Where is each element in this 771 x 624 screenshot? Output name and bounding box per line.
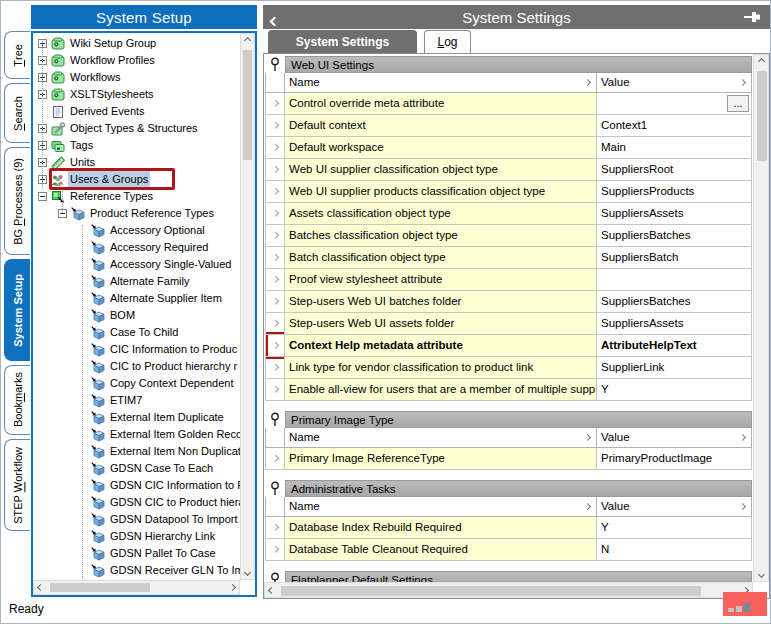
setting-value-cell[interactable]: N: [596, 539, 752, 561]
section-header[interactable]: Primary Image Type: [285, 411, 752, 428]
setting-name-cell[interactable]: Web UI supplier classification object ty…: [284, 159, 597, 181]
tree-item[interactable]: Units: [33, 154, 240, 171]
setting-value-cell[interactable]: SuppliersAssets: [596, 313, 752, 335]
tree-item[interactable]: Tags: [33, 137, 240, 154]
setting-value-cell[interactable]: SuppliersAssets: [596, 203, 752, 225]
tree-item[interactable]: Copy Context Dependent: [33, 375, 240, 392]
tree-item[interactable]: GDSN Pallet To Case: [33, 545, 240, 562]
row-gutter[interactable]: [265, 539, 285, 561]
tree-item[interactable]: Object Types & Structures: [33, 120, 240, 137]
row-gutter[interactable]: [265, 203, 285, 225]
sidebar-tab-bg-processes[interactable]: BG Processes (9): [4, 147, 30, 255]
row-gutter[interactable]: [265, 115, 285, 137]
scroll-up-arrow-icon[interactable]: [241, 34, 254, 47]
setting-name-cell[interactable]: Default context: [284, 115, 597, 137]
setting-name-cell[interactable]: Batches classification object type: [284, 225, 597, 247]
setting-name-cell[interactable]: Primary Image ReferenceType: [284, 448, 597, 470]
row-gutter[interactable]: [265, 517, 285, 539]
sidebar-tab-bookmarks[interactable]: Bookmarks: [4, 365, 30, 435]
pin-panel-button[interactable]: [743, 10, 762, 24]
tree-item[interactable]: External Item Non Duplicat: [33, 443, 240, 460]
column-header-name[interactable]: Name: [284, 497, 597, 517]
sidebar-tab-system-setup[interactable]: System Setup: [4, 259, 30, 361]
tree-item[interactable]: GDSN Receiver GLN To Imp: [33, 562, 240, 579]
column-header-value[interactable]: Value: [596, 73, 752, 93]
row-gutter[interactable]: [265, 93, 285, 115]
row-gutter[interactable]: [265, 137, 285, 159]
setting-name-cell[interactable]: Batch classification object type: [284, 247, 597, 269]
setting-name-cell[interactable]: Link type for vendor classification to p…: [284, 357, 597, 379]
tree-item[interactable]: CIC Information to Produc: [33, 341, 240, 358]
row-gutter[interactable]: [265, 159, 285, 181]
setting-name-cell[interactable]: Web UI supplier products classification …: [284, 181, 597, 203]
row-gutter[interactable]: [265, 357, 285, 379]
row-gutter[interactable]: [265, 313, 285, 335]
tree-item[interactable]: XSLTStylesheets: [33, 86, 240, 103]
tree-item[interactable]: Wiki Setup Group: [33, 35, 240, 52]
row-gutter[interactable]: [265, 269, 285, 291]
tree-item[interactable]: Users & Groups: [33, 171, 240, 188]
settings-hscroll-thumb[interactable]: [281, 586, 701, 596]
setting-value-cell[interactable]: SuppliersBatches: [596, 225, 752, 247]
scroll-down-arrow-icon[interactable]: [755, 568, 768, 581]
tree-item[interactable]: ETIM7: [33, 392, 240, 409]
tree-horizontal-scrollbar[interactable]: [33, 580, 240, 595]
scroll-left-arrow-icon[interactable]: [265, 584, 278, 597]
row-gutter[interactable]: [265, 247, 285, 269]
settings-horizontal-scrollbar[interactable]: [264, 582, 753, 598]
row-gutter[interactable]: [265, 335, 285, 357]
settings-vscroll-thumb[interactable]: [757, 71, 767, 161]
section-header[interactable]: Administrative Tasks: [285, 480, 752, 497]
setting-value-cell[interactable]: [596, 269, 752, 291]
scroll-left-arrow-icon[interactable]: [34, 581, 47, 594]
setting-name-cell[interactable]: Proof view stylesheet attribute: [284, 269, 597, 291]
tree-item[interactable]: Workflows: [33, 69, 240, 86]
tree-item[interactable]: GDSN CIC Information to P: [33, 477, 240, 494]
setting-value-cell[interactable]: SuppliersBatches: [596, 291, 752, 313]
settings-vertical-scrollbar[interactable]: [753, 54, 769, 582]
tree-item[interactable]: CIC to Product hierarchy r: [33, 358, 240, 375]
setting-value-cell[interactable]: SupplierLink: [596, 357, 752, 379]
ellipsis-button[interactable]: ...: [727, 95, 749, 112]
tree-item[interactable]: Product Reference Types: [33, 205, 240, 222]
sidebar-tab-tree[interactable]: Tree: [4, 31, 30, 79]
scroll-down-arrow-icon[interactable]: [241, 566, 254, 579]
setting-name-cell[interactable]: Assets classification object type: [284, 203, 597, 225]
tree-item[interactable]: Derived Events: [33, 103, 240, 120]
sidebar-tab-search[interactable]: Search: [4, 83, 30, 143]
setting-name-cell[interactable]: Database Index Rebuild Required: [284, 517, 597, 539]
tree-item[interactable]: Accessory Single-Valued: [33, 256, 240, 273]
column-header-name[interactable]: Name: [284, 73, 597, 93]
tree-item[interactable]: Accessory Optional: [33, 222, 240, 239]
sidebar-tab-step-workflow[interactable]: STEP Workflow: [4, 439, 30, 531]
setting-name-cell[interactable]: Step-users Web UI assets folder: [284, 313, 597, 335]
row-gutter[interactable]: [265, 291, 285, 313]
background-process-indicator[interactable]: [723, 592, 767, 616]
row-gutter[interactable]: [265, 225, 285, 247]
setting-value-cell[interactable]: SuppliersBatch: [596, 247, 752, 269]
tree-item[interactable]: GDSN Datapool To Import: [33, 511, 240, 528]
tree-item[interactable]: Workflow Profiles: [33, 52, 240, 69]
tree-item[interactable]: GDSN CIC to Product hiera: [33, 494, 240, 511]
column-header-name[interactable]: Name: [284, 428, 597, 448]
setting-name-cell[interactable]: Context Help metadata attribute: [284, 335, 597, 357]
column-header-value[interactable]: Value: [596, 497, 752, 517]
setting-value-cell[interactable]: Y: [596, 379, 752, 401]
setting-value-cell[interactable]: Y: [596, 517, 752, 539]
row-gutter[interactable]: [265, 379, 285, 401]
tree-item[interactable]: BOM: [33, 307, 240, 324]
section-header[interactable]: Web UI Settings: [285, 56, 752, 73]
tree-vertical-scrollbar[interactable]: [240, 33, 255, 580]
setting-value-cell[interactable]: Context1: [596, 115, 752, 137]
tab-system-settings[interactable]: System Settings: [268, 30, 417, 53]
tree-item[interactable]: Alternate Supplier Item: [33, 290, 240, 307]
section-header[interactable]: Flatplanner Default Settings: [285, 571, 752, 582]
collapse-icon[interactable]: [38, 192, 47, 201]
setting-value-cell[interactable]: AttributeHelpText: [596, 335, 752, 357]
setting-name-cell[interactable]: Default workspace: [284, 137, 597, 159]
tree-item[interactable]: GDSN Case To Each: [33, 460, 240, 477]
tree-item[interactable]: External Item Duplicate: [33, 409, 240, 426]
setting-value-cell[interactable]: ...: [596, 93, 752, 115]
scroll-up-arrow-icon[interactable]: [755, 55, 768, 68]
column-header-value[interactable]: Value: [596, 428, 752, 448]
